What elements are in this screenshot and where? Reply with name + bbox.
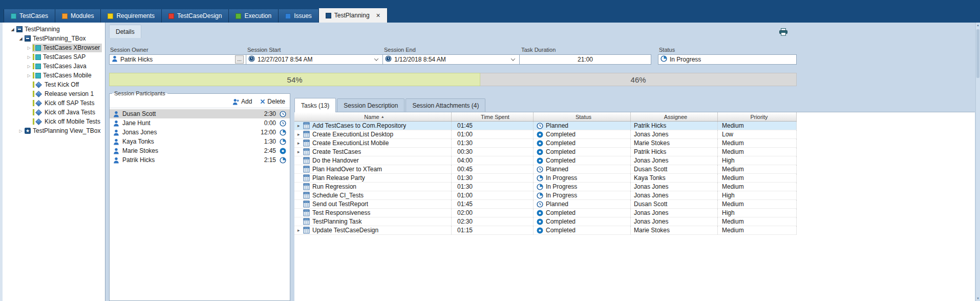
tree-item-kick-off-java-tests[interactable]: Kick off Java Tests <box>3 108 105 117</box>
tree-item-testcases-sap[interactable]: ▷TestCases SAP <box>3 52 105 62</box>
task-row[interactable]: Plan HandOver to XTeam00:45PlannedDusan … <box>294 165 797 174</box>
task-duration-field[interactable]: 21:00 <box>519 54 651 65</box>
tab-details[interactable]: Details <box>109 25 141 38</box>
task-row[interactable]: Plan Release Party01:30In ProgressKaya T… <box>294 174 797 183</box>
scrollbar-thumb[interactable] <box>976 29 979 78</box>
participant-row[interactable]: Jane Hunt0:00 <box>110 118 290 128</box>
session-diamond-icon <box>35 91 42 97</box>
task-row[interactable]: TestPlanning Task02:30CompletedJonas Jon… <box>294 217 797 226</box>
browse-owner-button[interactable]: ... <box>235 55 244 64</box>
task-row[interactable]: Do the Handover04:00CompletedJonas Jones… <box>294 156 797 165</box>
task-row[interactable]: ▸Create ExecutionList Desktop01:00Comple… <box>294 130 797 139</box>
tab-modules[interactable]: Modules <box>55 9 101 23</box>
tree-item-test-kick-off[interactable]: Test Kick Off <box>3 80 105 89</box>
status-completed-icon <box>537 210 543 216</box>
expander-expanded-icon[interactable]: ◢ <box>17 36 24 41</box>
expander-collapsed-icon[interactable]: ▷ <box>26 46 32 50</box>
tree-item-testcases-mobile[interactable]: ▷TestCases Mobile <box>3 71 105 80</box>
participant-row[interactable]: Marie Stokes2:45 <box>110 146 290 155</box>
task-assignee: Patrik Hicks <box>631 122 718 130</box>
tasks-tabs: Tasks (13)Session DescriptionSession Att… <box>294 97 975 112</box>
column-header-priority[interactable]: Priority <box>718 112 797 121</box>
tree-item-testplanning[interactable]: ◢TestPlanning <box>3 25 105 34</box>
tab-session-attachments-4[interactable]: Session Attachments (4) <box>406 98 485 112</box>
session-start-dropdown-icon[interactable] <box>372 55 380 64</box>
tree-item-kick-off-mobile-tests[interactable]: Kick off Mobile Tests <box>3 117 105 126</box>
row-expander-icon[interactable]: ▸ <box>297 123 303 128</box>
tab-testcases[interactable]: TestCases <box>4 9 55 23</box>
tasks-table-body: ▸Add TestCases to Com.Repository01:45Pla… <box>294 122 975 235</box>
tree-item-testplanning-tbox[interactable]: ◢TestPlanning_TBox <box>3 34 105 43</box>
task-row[interactable]: ▸Update TestCaseDesign01:15CompletedMari… <box>294 226 797 235</box>
clock-icon <box>248 55 255 64</box>
task-row[interactable]: ▸Create ExecutionList Mobile01:30Complet… <box>294 139 797 148</box>
tab-close-icon[interactable]: × <box>376 12 380 19</box>
participant-row[interactable]: Kaya Tonks1:30 <box>110 137 290 146</box>
participant-row[interactable]: Dusan Scott2:30 <box>110 109 290 118</box>
expander-collapsed-icon[interactable]: ▷ <box>26 64 32 69</box>
session-end-field[interactable]: 1/12/2018 8:54 AM <box>382 54 520 65</box>
tab-session-description[interactable]: Session Description <box>337 98 404 112</box>
row-expander-icon[interactable]: ▸ <box>297 132 303 137</box>
task-row[interactable]: Schedule CI_Tests01:00In ProgressJonas J… <box>294 191 797 200</box>
session-owner-label: Session Owner <box>110 47 148 53</box>
tree-item-kick-off-sap-tests[interactable]: Kick off SAP Tests <box>3 98 105 108</box>
task-status: In Progress <box>546 192 577 199</box>
scroll-down-icon[interactable]: ▼ <box>976 297 980 300</box>
participant-row[interactable]: Jonas Jones12:00 <box>110 128 290 137</box>
column-header-status[interactable]: Status <box>534 112 631 121</box>
task-row[interactable]: ▸Add TestCases to Com.Repository01:45Pla… <box>294 122 797 130</box>
session-end-dropdown-icon[interactable] <box>509 55 517 64</box>
task-name: Do the Handover <box>312 157 359 164</box>
tree-item-label: TestPlanning View_TBox <box>33 127 101 134</box>
status-completed-icon <box>537 149 543 155</box>
print-icon[interactable] <box>778 28 789 36</box>
row-expander-icon[interactable]: ▸ <box>297 228 303 233</box>
task-time-spent: 00:30 <box>452 148 534 156</box>
task-row[interactable]: Send out TestReport01:45PlannedDusan Sco… <box>294 200 797 209</box>
task-assignee: Patrik Hicks <box>631 148 718 156</box>
tree-item-release-version-1[interactable]: Release version 1 <box>3 89 105 98</box>
expander-collapsed-icon[interactable]: ▷ <box>26 55 32 59</box>
column-header-name[interactable]: Name▲ <box>294 112 452 121</box>
vertical-scrollbar[interactable]: ▲ ▼ <box>975 23 980 301</box>
task-time-spent: 02:00 <box>452 209 534 217</box>
person-icon <box>113 129 120 136</box>
column-header-time-spent[interactable]: Time Spent <box>452 112 534 121</box>
task-name: Create TestCases <box>312 148 361 155</box>
expander-collapsed-icon[interactable]: ▷ <box>26 73 32 78</box>
column-header-assignee[interactable]: Assignee <box>631 112 718 121</box>
task-row[interactable]: ▸Create TestCases00:30CompletedPatrik Hi… <box>294 148 797 156</box>
tree-item-testplanning-view-tbox[interactable]: ▷★TestPlanning View_TBox <box>3 126 105 135</box>
tab-testcasedesign[interactable]: TestCaseDesign <box>162 9 229 23</box>
participant-name: Marie Stokes <box>122 147 257 154</box>
tab-requirements[interactable]: Requirements <box>101 9 162 23</box>
task-status: Planned <box>546 200 568 208</box>
participant-row[interactable]: Patrik Hicks2:15 <box>110 155 290 165</box>
add-participant-button[interactable]: Add <box>232 98 252 105</box>
tab-testplanning[interactable]: TestPlanning× <box>319 8 388 23</box>
session-owner-field[interactable]: Patrik Hicks ... <box>109 54 246 65</box>
requirements-tab-icon <box>108 13 113 19</box>
row-expander-icon[interactable]: ▸ <box>297 141 303 146</box>
tree-item-testcases-xbrowser[interactable]: ▷TestCases XBrowser <box>3 43 105 52</box>
status-in-progress-icon <box>280 129 286 136</box>
status-field[interactable]: In Progress <box>658 54 797 65</box>
task-sheet-icon <box>303 209 310 216</box>
tab-execution[interactable]: Execution <box>229 9 279 23</box>
session-start-field[interactable]: 12/27/2017 8:54 AM <box>246 54 383 65</box>
scroll-up-icon[interactable]: ▲ <box>976 24 980 27</box>
tree-item-testcases-java[interactable]: ▷TestCases Java <box>3 62 105 71</box>
status-label: Status <box>659 47 675 53</box>
person-icon <box>113 111 120 117</box>
task-row[interactable]: Run Regression01:30In ProgressJonas Jone… <box>294 183 797 191</box>
tab-issues[interactable]: Issues <box>279 9 319 23</box>
task-row[interactable]: Test Responsiveness02:00CompletedJonas J… <box>294 209 797 217</box>
tab-tasks-13[interactable]: Tasks (13) <box>294 98 336 112</box>
expander-collapsed-icon[interactable]: ▷ <box>17 129 24 133</box>
task-priority: Medium <box>718 165 797 173</box>
expander-expanded-icon[interactable]: ◢ <box>9 27 16 32</box>
task-priority: Medium <box>718 217 797 226</box>
row-expander-icon[interactable]: ▸ <box>297 149 303 154</box>
delete-participant-button[interactable]: Delete <box>260 98 285 105</box>
